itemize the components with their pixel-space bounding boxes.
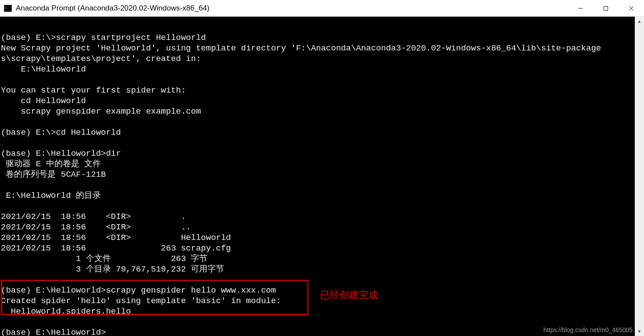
app-icon bbox=[4, 4, 12, 12]
minimize-button[interactable] bbox=[568, 0, 593, 16]
window-titlebar: Anaconda Prompt (Anaconda3-2020.02-Windo… bbox=[0, 0, 644, 17]
scroll-up-button[interactable]: ▲ bbox=[635, 17, 644, 26]
vertical-scrollbar[interactable]: ▲ ▼ bbox=[635, 17, 644, 336]
scroll-track[interactable] bbox=[635, 26, 644, 327]
close-button[interactable] bbox=[619, 0, 644, 16]
window-controls bbox=[568, 0, 644, 16]
svg-rect-1 bbox=[5, 6, 11, 11]
watermark-text: https://blog.csdn.net/m0_465005 bbox=[544, 326, 633, 333]
svg-rect-3 bbox=[604, 6, 608, 10]
scroll-down-button[interactable]: ▼ bbox=[635, 327, 644, 336]
terminal-output[interactable]: (base) E:\>scrapy startproject Helloworl… bbox=[0, 17, 635, 336]
window-title: Anaconda Prompt (Anaconda3-2020.02-Windo… bbox=[16, 4, 568, 13]
maximize-button[interactable] bbox=[593, 0, 619, 16]
terminal-area: (base) E:\>scrapy startproject Helloworl… bbox=[0, 17, 644, 336]
